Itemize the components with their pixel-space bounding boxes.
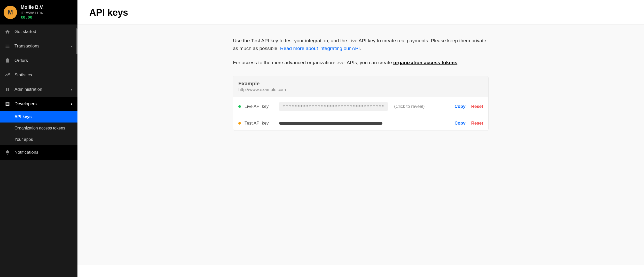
live-key-row: Live API key ***************************… [233,97,488,116]
chevron-down-icon: ▼ [70,45,73,48]
intro-text-after: . [360,46,361,51]
card-header: Example http://www.example.com [233,76,488,97]
nav-administration[interactable]: Administration ▼ [0,82,77,97]
nav-get-started[interactable]: Get started [0,25,77,39]
subnav-org-tokens[interactable]: Organization access tokens [0,123,77,134]
bell-icon [5,150,10,155]
api-key-card: Example http://www.example.com Live API … [233,76,489,131]
book-icon [5,87,10,92]
nav-label: Notifications [14,150,38,155]
live-key-masked[interactable]: *********************************** [279,102,388,111]
content-inner: Use the Test API key to test your integr… [228,37,494,131]
clipboard-icon [5,58,10,63]
main-content: API keys Use the Test API key to test yo… [77,0,644,277]
chart-icon [5,72,10,78]
org-text-before: For access to the more advanced organiza… [233,60,393,65]
chevron-down-icon: ▼ [70,103,73,105]
intro-paragraph-2: For access to the more advanced organiza… [233,59,489,67]
nav-orders[interactable]: Orders [0,53,77,68]
reset-button[interactable]: Reset [471,121,483,126]
reset-button[interactable]: Reset [471,104,483,109]
nav-label: Statistics [14,72,32,78]
nav-developers[interactable]: Developers ▼ [0,97,77,111]
nav-transactions[interactable]: Transactions ▼ [0,39,77,53]
test-key-row: Test API key Copy Reset [233,116,488,131]
row-actions: Copy Reset [454,121,483,126]
nav-label: Get started [14,29,36,34]
nav-label: Administration [14,87,42,92]
copy-button[interactable]: Copy [454,121,466,126]
test-key-label: Test API key [245,121,276,126]
profile-balance: €0,00 [21,15,44,20]
read-more-link[interactable]: Read more about integrating our API [280,46,360,51]
live-key-label: Live API key [245,104,276,109]
profile-info: Mollie B.V. ID #5861194 €0,00 [21,5,44,20]
code-icon [5,101,10,107]
content-body: Use the Test API key to test your integr… [77,24,644,265]
intro-paragraph-1: Use the Test API key to test your integr… [233,37,489,53]
nav-label: Transactions [14,44,40,49]
subnav-api-keys[interactable]: API keys [0,111,77,123]
card-title: Example [238,81,483,87]
nav-menu: Get started Transactions ▼ Orders Statis… [0,25,77,160]
card-url: http://www.example.com [238,87,483,92]
test-key-redacted[interactable] [279,122,382,125]
status-dot-green-icon [238,105,241,108]
reveal-hint: (Click to reveal) [394,104,425,109]
list-icon [5,43,10,49]
chevron-down-icon: ▼ [70,88,73,91]
copy-button[interactable]: Copy [454,104,466,109]
page-title: API keys [77,0,644,24]
status-dot-orange-icon [238,122,241,125]
org-text-after: . [457,60,459,65]
nav-label: Orders [14,58,28,63]
nav-notifications[interactable]: Notifications [0,145,77,160]
profile-section[interactable]: M Mollie B.V. ID #5861194 €0,00 [0,0,77,25]
avatar: M [4,6,17,19]
svg-rect-0 [6,102,9,105]
profile-id: ID #5861194 [21,11,44,15]
home-icon [5,29,10,35]
sidebar: M Mollie B.V. ID #5861194 €0,00 Get star… [0,0,77,277]
profile-name: Mollie B.V. [21,5,44,10]
org-tokens-link[interactable]: organization access tokens [393,60,457,65]
nav-label: Developers [14,101,37,107]
nav-statistics[interactable]: Statistics [0,68,77,82]
scrollbar[interactable] [76,28,77,54]
row-actions: Copy Reset [454,104,483,109]
subnav-your-apps[interactable]: Your apps [0,134,77,145]
